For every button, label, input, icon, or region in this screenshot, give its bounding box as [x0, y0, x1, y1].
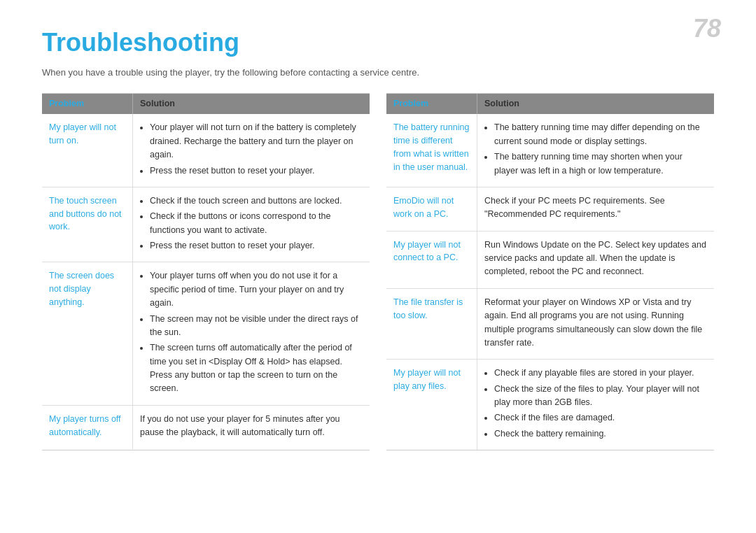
right-table: Problem Solution The battery running tim… — [386, 93, 714, 450]
left-header-solution: Solution — [133, 94, 370, 114]
solution-cell: Check if your PC meets PC requirements. … — [477, 187, 714, 231]
table-row: The battery running time is different fr… — [386, 114, 714, 187]
solution-item: Press the reset button to reset your pla… — [150, 164, 363, 178]
table-row: The touch screen and buttons do not work… — [42, 187, 370, 263]
solution-item: Check the size of the files to play. You… — [494, 383, 707, 410]
solution-item: The screen may not be visible under the … — [150, 313, 363, 340]
solution-item: The battery running time may differ depe… — [494, 121, 707, 148]
intro-text: When you have a trouble using the player… — [42, 67, 714, 78]
solution-cell: Your player turns off when you do not us… — [133, 262, 370, 404]
table-row: My player will not connect to a PC.Run W… — [386, 232, 714, 289]
problem-cell: My player will not connect to a PC. — [386, 232, 477, 288]
solution-item: Your player turns off when you do not us… — [150, 269, 363, 310]
solution-item: Check if the touch screen and buttons ar… — [150, 194, 363, 208]
page-title: Troubleshooting — [42, 28, 714, 57]
solution-item: Check the battery remaining. — [494, 427, 707, 441]
problem-cell: EmoDio will not work on a PC. — [386, 187, 477, 231]
problem-cell: The file transfer is too slow. — [386, 289, 477, 360]
left-table-header: Problem Solution — [42, 94, 370, 114]
tables-wrapper: Problem Solution My player will not turn… — [42, 93, 714, 450]
right-table-body: The battery running time is different fr… — [386, 114, 714, 450]
problem-cell: The touch screen and buttons do not work… — [42, 187, 133, 262]
page-number: 78 — [693, 14, 721, 43]
solution-cell: Check if the touch screen and buttons ar… — [133, 187, 370, 262]
problem-cell: My player will not play any files. — [386, 360, 477, 450]
solution-cell: Your player will not turn on if the batt… — [133, 114, 370, 187]
solution-item: Check if the buttons or icons correspond… — [150, 210, 363, 237]
solution-item: Press the reset button to reset your pla… — [150, 239, 363, 253]
right-header-solution: Solution — [477, 94, 714, 114]
solution-cell: Check if any playable files are stored i… — [477, 360, 714, 450]
solution-cell: The battery running time may differ depe… — [477, 114, 714, 187]
left-table: Problem Solution My player will not turn… — [42, 93, 370, 450]
solution-cell: If you do not use your player for 5 minu… — [133, 406, 370, 449]
solution-item: The screen turns off automatically after… — [150, 341, 363, 396]
table-row: The file transfer is too slow.Reformat y… — [386, 289, 714, 360]
right-header-problem: Problem — [386, 94, 477, 114]
solution-item: The battery running time may shorten whe… — [494, 150, 707, 178]
problem-cell: My player turns off automatically. — [42, 406, 133, 449]
problem-cell: My player will not turn on. — [42, 114, 133, 187]
right-table-header: Problem Solution — [386, 94, 714, 114]
solution-cell: Run Windows Update on the PC. Select key… — [477, 232, 714, 288]
solution-cell: Reformat your player on Windows XP or Vi… — [477, 289, 714, 360]
table-row: My player will not play any files.Check … — [386, 360, 714, 450]
table-row: My player will not turn on.Your player w… — [42, 114, 370, 187]
left-table-body: My player will not turn on.Your player w… — [42, 114, 370, 448]
solution-item: Your player will not turn on if the batt… — [150, 121, 363, 162]
solution-item: Check if any playable files are stored i… — [494, 367, 707, 380]
table-row: EmoDio will not work on a PC.Check if yo… — [386, 187, 714, 232]
table-row: My player turns off automatically.If you… — [42, 406, 370, 449]
problem-cell: The battery running time is different fr… — [386, 114, 477, 187]
solution-item: Check if the files are damaged. — [494, 411, 707, 425]
table-row: The screen does not display anything.You… — [42, 262, 370, 405]
left-header-problem: Problem — [42, 94, 133, 114]
problem-cell: The screen does not display anything. — [42, 262, 133, 404]
